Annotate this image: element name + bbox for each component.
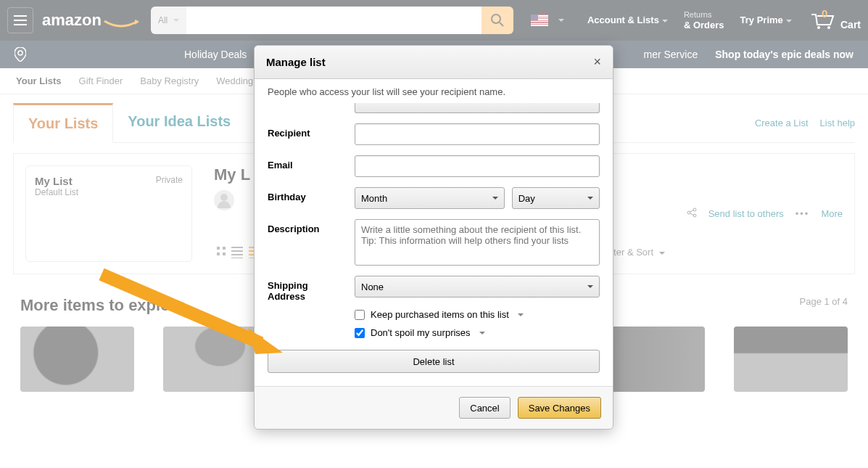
birthday-label: Birthday bbox=[268, 187, 347, 202]
email-input[interactable] bbox=[355, 155, 600, 177]
shipping-label: Shipping Address bbox=[268, 276, 347, 302]
email-label: Email bbox=[268, 155, 347, 171]
manage-list-modal: Manage list × People who access your lis… bbox=[254, 45, 613, 430]
description-label: Description bbox=[268, 219, 347, 234]
description-input[interactable] bbox=[355, 219, 600, 266]
delete-list-button[interactable]: Delete list bbox=[268, 350, 600, 373]
chevron-down-icon bbox=[518, 313, 524, 316]
modal-footer: Cancel Save Changes bbox=[255, 386, 613, 429]
checkbox-input[interactable] bbox=[355, 328, 365, 338]
month-select[interactable]: Month bbox=[355, 187, 505, 209]
recipient-label: Recipient bbox=[268, 123, 347, 139]
close-icon[interactable]: × bbox=[593, 54, 601, 70]
chevron-down-icon bbox=[479, 332, 485, 334]
checkbox-input[interactable] bbox=[355, 310, 365, 320]
modal-subtitle: People who access your list will see you… bbox=[255, 79, 613, 97]
modal-title: Manage list bbox=[266, 56, 326, 68]
modal-body: Recipient Email Birthday Month Day Descr… bbox=[255, 97, 613, 386]
shipping-select[interactable]: None bbox=[355, 276, 600, 297]
truncated-field bbox=[355, 103, 600, 113]
modal-header: Manage list × bbox=[255, 46, 613, 79]
dont-spoil-checkbox[interactable]: Don't spoil my surprises bbox=[355, 327, 600, 338]
day-select[interactable]: Day bbox=[512, 187, 600, 209]
cancel-button[interactable]: Cancel bbox=[459, 397, 510, 419]
recipient-input[interactable] bbox=[355, 123, 600, 145]
save-changes-button[interactable]: Save Changes bbox=[518, 397, 601, 419]
keep-purchased-checkbox[interactable]: Keep purchased items on this list bbox=[355, 309, 600, 320]
